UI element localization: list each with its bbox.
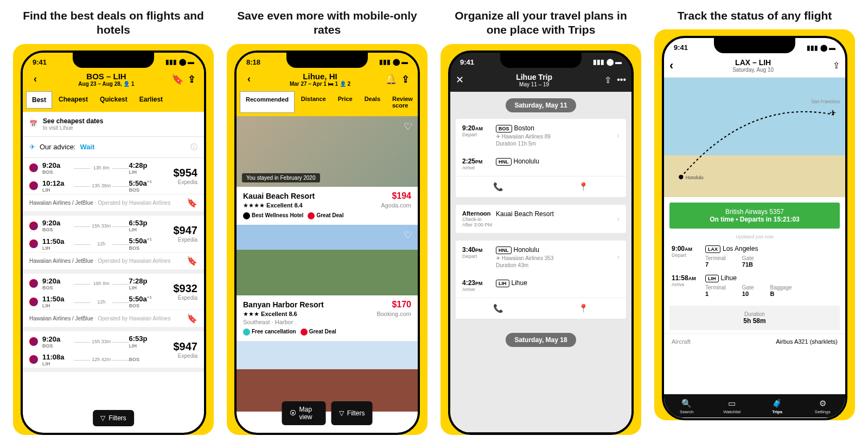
tab-review[interactable]: Review score <box>387 91 414 113</box>
pin-icon[interactable]: 📍 <box>541 176 626 197</box>
tab-recommended[interactable]: Recommended <box>240 91 295 113</box>
notch <box>286 53 368 68</box>
bookmark-icon[interactable]: 🔖 <box>187 313 197 324</box>
flight-card[interactable]: 9:20aBOS 15h 33m 6:53pLIH 11:08aLIH 12h … <box>23 331 204 371</box>
hotel-rating: Excellent 8.6 <box>261 311 297 317</box>
header: ✕ Lihue Trip May 11 – 19 ⇪ ••• <box>450 68 631 92</box>
phone-icon[interactable]: 📞 <box>456 298 541 319</box>
share-icon[interactable]: ⇪ <box>398 73 412 85</box>
hotel-card[interactable]: ♡ You stayed in February 2020 Kauai Beac… <box>237 116 418 225</box>
more-icon[interactable]: ••• <box>617 75 626 85</box>
price-source: Expedia <box>174 237 198 243</box>
filter-icon: ▽ <box>339 409 344 417</box>
hotel-rating: Excellent 8.4 <box>266 202 303 209</box>
tab-earliest[interactable]: Earliest <box>134 91 168 109</box>
hotel-name: Kauai Beach Resort <box>496 210 617 218</box>
city-name: Lihue <box>721 274 737 282</box>
status-icons: ▮▮▮ ⬤ ▬ <box>379 58 408 66</box>
header: ‹ Lihue, HI Mar 27 – Apr 1 🛏 1 👤 2 🔔 ⇪ <box>237 68 418 91</box>
trip-dates: May 11 – 19 <box>464 81 604 87</box>
airline-icon <box>29 279 38 288</box>
trips-icon: 🧳 <box>755 399 800 408</box>
panel-hotels: Save even more with mobile-only rates 8:… <box>227 5 427 435</box>
filters-button[interactable]: ▽ Filters <box>331 401 373 425</box>
advice-card[interactable]: ✈ Our advice: Wait ⓘ <box>23 137 204 158</box>
trip-flight-card[interactable]: 9:20AMDepart BOSBoston ✈ Hawaiian Airlin… <box>456 119 626 197</box>
status-time: 8:18 <box>246 58 260 66</box>
trophy-icon <box>243 212 250 219</box>
flight-price: $932 <box>174 282 198 295</box>
share-icon[interactable]: ⇪ <box>833 60 840 71</box>
badge-wellness: Best Wellness Hotel <box>252 212 303 218</box>
share-icon[interactable]: ⇪ <box>604 75 611 85</box>
hotel-image: ♡ <box>237 225 418 295</box>
airline-icon <box>29 222 38 230</box>
cheapest-title: See cheapest dates <box>43 117 103 125</box>
heart-icon[interactable]: ♡ <box>404 229 412 241</box>
route-title: BOS – LIH <box>42 72 170 81</box>
notch <box>73 53 154 68</box>
flight-map[interactable]: San Francisco Honolulu ✈ <box>664 78 845 197</box>
close-icon[interactable]: ✕ <box>456 74 464 86</box>
share-icon[interactable]: ⇪ <box>184 73 199 85</box>
tab-distance[interactable]: Distance <box>296 91 331 113</box>
back-icon[interactable]: ‹ <box>669 59 673 73</box>
status-banner: British Airways 5357 On time • Departs i… <box>669 203 840 229</box>
status-time: 9:41 <box>33 58 47 66</box>
bookmark-icon[interactable]: 🔖 <box>187 256 197 266</box>
check-icon <box>243 329 250 336</box>
notch <box>500 53 582 68</box>
info-icon[interactable]: ⓘ <box>190 142 197 152</box>
flight-price: $947 <box>174 224 198 237</box>
airline-icon <box>29 337 38 346</box>
phone-icon[interactable]: 📞 <box>456 176 541 197</box>
notch <box>714 38 795 53</box>
nav-trips[interactable]: 🧳Trips <box>755 394 800 418</box>
airline-icon <box>29 181 38 190</box>
flight-status: On time • Departs in 15:21:03 <box>674 216 835 223</box>
location-sub: Mar 27 – Apr 1 🛏 1 👤 2 <box>256 81 384 87</box>
svg-point-0 <box>679 175 683 179</box>
calendar-icon: 📅 <box>29 120 37 128</box>
nav-search[interactable]: 🔍Search <box>664 394 710 418</box>
trip-hotel-card[interactable]: AfternoonCheck-inAfter 3:00 PM Kauai Bea… <box>456 205 626 233</box>
tab-best[interactable]: Best <box>26 91 52 109</box>
trip-flight-card[interactable]: 3:40PMDepart HNLHonolulu ✈ Hawaiian Airl… <box>456 241 626 319</box>
price-source: Expedia <box>174 295 198 301</box>
heart-icon[interactable]: ♡ <box>404 121 412 132</box>
flight-card[interactable]: 9:20aBOS 13h 8m 4:28pLIH 10:12aLIH 13h 3… <box>23 158 204 216</box>
badge-free-cancel: Free cancellation <box>252 329 296 334</box>
map-view-button[interactable]: ⦿ Map view <box>282 401 326 425</box>
nav-watchlist[interactable]: ▭Watchlist <box>710 394 755 418</box>
nav-settings[interactable]: ⚙Settings <box>800 394 846 418</box>
flight-card[interactable]: 9:20aBOS 16h 8m 7:28pLIH 11:50aLIH 12h 5… <box>23 274 204 332</box>
tab-deals[interactable]: Deals <box>359 91 386 113</box>
date-pill: Saturday, May 11 <box>506 98 576 112</box>
airline-icon <box>29 298 38 306</box>
tab-cheapest[interactable]: Cheapest <box>53 91 93 109</box>
back-icon[interactable]: ‹ <box>28 73 42 85</box>
airline-icon <box>29 239 38 248</box>
hotel-price: $170 <box>392 300 411 310</box>
bookmark-icon[interactable]: 🔖 <box>170 73 184 85</box>
advice-prefix: Our advice: <box>40 143 75 151</box>
hotel-card[interactable]: ♡ Banyan Harbor Resort $170 ★★★ Excellen… <box>237 225 418 341</box>
city-name: Honolulu <box>514 157 539 165</box>
pin-icon: ⦿ <box>290 409 296 417</box>
back-icon[interactable]: ‹ <box>242 73 256 85</box>
badge-deal: Great Deal <box>316 212 343 218</box>
tab-quickest[interactable]: Quickest <box>94 91 133 109</box>
filters-button[interactable]: ▽ Filters <box>93 410 134 426</box>
pin-icon[interactable]: 📍 <box>541 298 626 319</box>
panel-track: Track the status of any flight 9:41 ▮▮▮ … <box>654 5 855 435</box>
cheapest-dates-card[interactable]: 📅 See cheapest dates to visit Lihue <box>23 112 204 137</box>
tab-price[interactable]: Price <box>333 91 358 113</box>
bell-icon[interactable]: 🔔 <box>384 73 398 85</box>
flight-card[interactable]: 9:20aBOS 15h 33m 6:53pLIH 11:50aLIH 12h … <box>23 216 204 274</box>
hotel-stars: ★★★ <box>243 311 259 317</box>
airport-code: LAX <box>705 245 720 253</box>
airline-icon: ✈ <box>496 255 500 261</box>
bookmark-icon[interactable]: 🔖 <box>187 198 197 208</box>
airline-icon: ✈ <box>496 134 500 140</box>
airport-code: BOS <box>496 125 512 132</box>
